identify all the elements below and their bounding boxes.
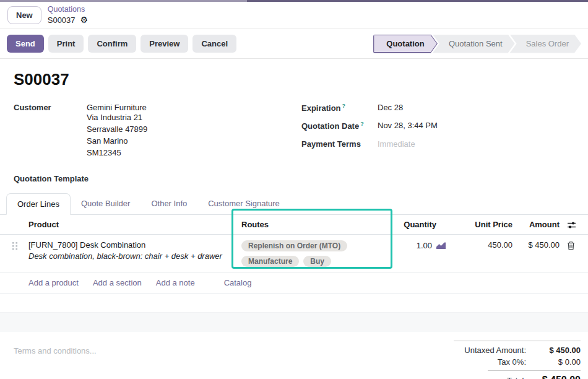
payment-terms-label: Payment Terms [301,139,378,149]
drag-handle-icon[interactable] [10,235,25,251]
breadcrumb: Quotations S00037 ⚙ [48,5,88,25]
expiration-value[interactable]: Dec 28 [378,103,403,113]
empty-row [0,294,588,313]
untaxed-amount-label: Untaxed Amount: [464,346,526,355]
page-title: S00037 [0,68,588,98]
column-amount[interactable]: Amount [516,215,563,234]
quotation-date-label-text: Quotation Date [301,122,359,131]
gear-icon[interactable]: ⚙ [78,15,88,25]
expiration-label-text: Expiration [301,103,341,113]
cancel-button[interactable]: Cancel [192,35,236,53]
routes-cell[interactable]: Replenish on Order (MTO) Manufacture Buy [235,235,396,272]
expiration-label: Expiration? [301,103,378,113]
status-step-sales-order[interactable]: Sales Order [510,35,581,53]
optional-columns-icon[interactable] [563,215,588,234]
status-step-quotation[interactable]: Quotation [373,35,438,53]
tab-customer-signature[interactable]: Customer Signature [197,193,290,214]
untaxed-amount-value: $ 450.00 [526,346,581,355]
delete-line-icon[interactable] [563,235,588,250]
dates-group: Expiration? Dec 28 Quotation Date? Nov 2… [286,103,574,167]
new-button[interactable]: New [7,6,41,24]
payment-terms-value[interactable]: Immediate [378,139,415,149]
customer-label: Customer [14,103,87,159]
address-line: Via Industria 21 [87,112,147,124]
empty-row-striped [0,313,588,332]
address-line: Serravalle 47899 [87,124,147,136]
action-toolbar: Send Print Confirm Preview Cancel Quotat… [0,28,588,59]
tab-quote-builder[interactable]: Quote Builder [71,193,141,214]
column-unit-price[interactable]: Unit Price [446,215,516,234]
help-icon[interactable]: ? [342,103,346,109]
quotation-form-sheet: S00037 Customer Gemini Furniture Via Ind… [0,59,588,379]
breadcrumb-quotations[interactable]: Quotations [48,5,88,15]
amount-cell: $ 450.00 [516,235,563,255]
quantity-cell[interactable]: 1.00 [396,235,446,250]
info-section: Customer Gemini Furniture Via Industria … [0,98,588,167]
quantity-value: 1.00 [417,241,432,250]
tax-label: Tax 0%: [498,357,526,367]
print-button[interactable]: Print [48,35,84,53]
confirm-button[interactable]: Confirm [88,35,136,53]
catalog-link[interactable]: Catalog [224,278,252,287]
add-line-links: Add a product Add a section Add a note C… [0,273,588,294]
product-description: Desk combination, black-brown: chair + d… [28,250,231,266]
send-button[interactable]: Send [7,35,44,53]
total-value: $ 450.00 [526,375,581,379]
column-routes[interactable]: Routes [235,215,396,234]
product-cell[interactable]: [FURN_7800] Desk Combination Desk combin… [25,235,235,266]
quotation-date-label: Quotation Date? [301,121,378,131]
status-step-quotation-label: Quotation [374,35,436,53]
total-label: Total: [507,376,526,379]
customer-address: Via Industria 21 Serravalle 47899 San Ma… [87,112,147,159]
forecast-chart-icon[interactable] [436,242,446,250]
status-step-quotation-sent[interactable]: Quotation Sent [433,35,515,53]
route-badge-mto: Replenish on Order (MTO) [241,240,347,251]
customer-name[interactable]: Gemini Furniture [87,103,147,112]
preview-button[interactable]: Preview [141,35,188,53]
address-line: San Marino [87,136,147,147]
unit-price-cell[interactable]: 450.00 [446,235,516,255]
route-badge-buy: Buy [303,256,331,267]
order-line-row[interactable]: [FURN_7800] Desk Combination Desk combin… [0,235,588,273]
quotation-date-value[interactable]: Nov 28, 3:44 PM [378,121,438,131]
product-name: [FURN_7800] Desk Combination [28,235,231,250]
breadcrumb-current-record: S00037 [48,15,76,25]
add-a-note-link[interactable]: Add a note [156,278,195,287]
order-lines-header: Product Routes Quantity Unit Price Amoun… [0,215,588,235]
customer-group: Customer Gemini Furniture Via Industria … [14,103,286,167]
add-a-product-link[interactable]: Add a product [28,278,79,287]
address-line: SM12345 [87,147,147,159]
breadcrumb-bar: New Quotations S00037 ⚙ [0,2,588,28]
footer-section: Terms and conditions... Untaxed Amount: … [0,341,588,379]
quotation-template-label: Quotation Template [14,174,574,183]
tab-other-info[interactable]: Other Info [141,193,197,214]
totals-block: Untaxed Amount: $ 450.00 Tax 0%: $ 0.00 … [454,341,581,379]
add-a-section-link[interactable]: Add a section [93,278,142,287]
column-product[interactable]: Product [25,215,235,234]
route-badge-manufacture: Manufacture [241,256,299,267]
tax-value: $ 0.00 [526,357,581,367]
notebook-tabs: Order Lines Quote Builder Other Info Cus… [0,193,588,215]
column-quantity[interactable]: Quantity [396,215,446,234]
status-pipeline: Quotation Quotation Sent Sales Order [373,35,581,53]
terms-and-conditions-input[interactable]: Terms and conditions... [14,341,454,379]
total-row: Total: $ 450.00 [488,370,581,379]
help-icon[interactable]: ? [360,121,364,127]
tab-order-lines[interactable]: Order Lines [6,193,71,215]
